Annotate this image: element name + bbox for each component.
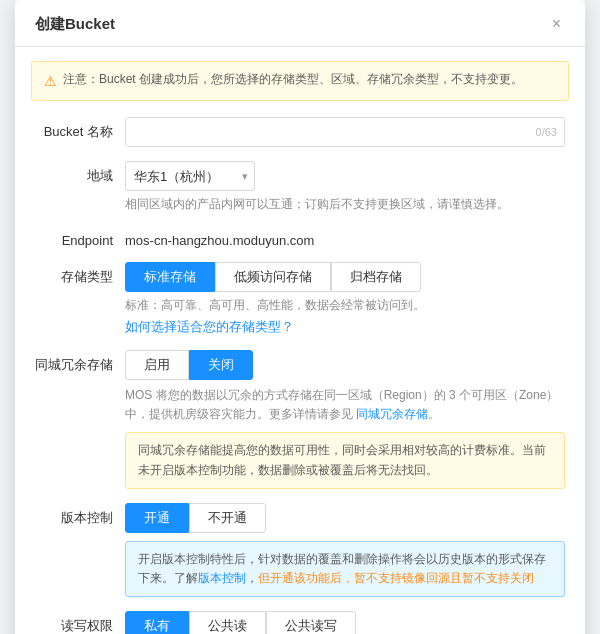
- region-label: 地域: [35, 161, 125, 185]
- bucket-name-label: Bucket 名称: [35, 117, 125, 141]
- version-disable-button[interactable]: 不开通: [189, 503, 266, 533]
- notice-text: 注意：Bucket 创建成功后，您所选择的存储类型、区域、存储冗余类型，不支持变…: [63, 70, 523, 88]
- region-row: 地域 华东1（杭州） ▾ 相同区域内的产品内网可以互通；订购后不支持更换区域，请…: [35, 161, 565, 213]
- storage-infrequent-button[interactable]: 低频访问存储: [215, 262, 331, 292]
- version-control-label: 版本控制: [35, 503, 125, 527]
- endpoint-row: Endpoint mos-cn-hangzhou.moduyun.com: [35, 227, 565, 248]
- permission-public-readwrite-button[interactable]: 公共读写: [266, 611, 356, 634]
- read-write-row: 读写权限 私有 公共读 公共读写 私有：对文件的所有访问操作需要进行身份验证。: [35, 611, 565, 634]
- zone-redundancy-link[interactable]: 同城冗余存储: [356, 407, 428, 421]
- version-notice-box: 开启版本控制特性后，针对数据的覆盖和删除操作将会以历史版本的形式保存下来。了解版…: [125, 541, 565, 597]
- endpoint-content: mos-cn-hangzhou.moduyun.com: [125, 227, 565, 248]
- version-enable-button[interactable]: 开通: [125, 503, 189, 533]
- storage-archive-button[interactable]: 归档存储: [331, 262, 421, 292]
- zone-desc-text-2: 。: [428, 407, 440, 421]
- warning-icon: ⚠: [44, 71, 57, 92]
- zone-desc-text-1: MOS 将您的数据以冗余的方式存储在同一区域（Region）的 3 个可用区（Z…: [125, 388, 558, 421]
- storage-type-btn-group: 标准存储 低频访问存储 归档存储: [125, 262, 565, 292]
- version-control-content: 开通 不开通 开启版本控制特性后，针对数据的覆盖和删除操作将会以历史版本的形式保…: [125, 503, 565, 597]
- version-control-row: 版本控制 开通 不开通 开启版本控制特性后，针对数据的覆盖和删除操作将会以历史版…: [35, 503, 565, 597]
- create-bucket-dialog: 创建Bucket × ⚠ 注意：Bucket 创建成功后，您所选择的存储类型、区…: [15, 0, 585, 634]
- version-notice-text-2: ，: [246, 571, 258, 585]
- version-warn-text: 但开通该功能后，暂不支持镜像回源且暂不支持关闭: [258, 571, 534, 585]
- storage-type-content: 标准存储 低频访问存储 归档存储 标准：高可靠、高可用、高性能，数据会经常被访问…: [125, 262, 565, 336]
- storage-type-desc: 标准：高可靠、高可用、高性能，数据会经常被访问到。: [125, 296, 565, 314]
- storage-type-link[interactable]: 如何选择适合您的存储类型？: [125, 319, 294, 334]
- bucket-name-content: 0/63: [125, 117, 565, 147]
- bucket-name-row: Bucket 名称 0/63: [35, 117, 565, 147]
- dialog-title: 创建Bucket: [35, 15, 115, 34]
- zone-redundancy-row: 同城冗余存储 启用 关闭 MOS 将您的数据以冗余的方式存储在同一区域（Regi…: [35, 350, 565, 489]
- version-control-link[interactable]: 版本控制: [198, 571, 246, 585]
- zone-enable-button[interactable]: 启用: [125, 350, 189, 380]
- region-hint: 相同区域内的产品内网可以互通；订购后不支持更换区域，请谨慎选择。: [125, 195, 565, 213]
- storage-standard-button[interactable]: 标准存储: [125, 262, 215, 292]
- bucket-name-input-wrap: 0/63: [125, 117, 565, 147]
- zone-warning-box: 同城冗余存储能提高您的数据可用性，同时会采用相对较高的计费标准。当前未开启版本控…: [125, 432, 565, 488]
- zone-redundancy-content: 启用 关闭 MOS 将您的数据以冗余的方式存储在同一区域（Region）的 3 …: [125, 350, 565, 489]
- form-body: Bucket 名称 0/63 地域 华东1（杭州） ▾: [15, 111, 585, 634]
- endpoint-label: Endpoint: [35, 227, 125, 248]
- read-write-btn-group: 私有 公共读 公共读写: [125, 611, 565, 634]
- bucket-name-count: 0/63: [536, 126, 557, 138]
- permission-private-button[interactable]: 私有: [125, 611, 189, 634]
- version-control-btn-group: 开通 不开通: [125, 503, 565, 533]
- storage-type-label: 存储类型: [35, 262, 125, 286]
- zone-disable-button[interactable]: 关闭: [189, 350, 253, 380]
- region-select[interactable]: 华东1（杭州）: [125, 161, 255, 191]
- read-write-content: 私有 公共读 公共读写 私有：对文件的所有访问操作需要进行身份验证。: [125, 611, 565, 634]
- region-select-wrap: 华东1（杭州） ▾: [125, 161, 565, 191]
- storage-type-row: 存储类型 标准存储 低频访问存储 归档存储 标准：高可靠、高可用、高性能，数据会…: [35, 262, 565, 336]
- read-write-label: 读写权限: [35, 611, 125, 634]
- zone-redundancy-label: 同城冗余存储: [35, 350, 125, 374]
- region-content: 华东1（杭州） ▾ 相同区域内的产品内网可以互通；订购后不支持更换区域，请谨慎选…: [125, 161, 565, 213]
- close-button[interactable]: ×: [548, 14, 565, 34]
- zone-desc: MOS 将您的数据以冗余的方式存储在同一区域（Region）的 3 个可用区（Z…: [125, 386, 565, 424]
- notice-bar: ⚠ 注意：Bucket 创建成功后，您所选择的存储类型、区域、存储冗余类型，不支…: [31, 61, 569, 101]
- zone-redundancy-btn-group: 启用 关闭: [125, 350, 565, 380]
- dialog-header: 创建Bucket ×: [15, 0, 585, 47]
- bucket-name-input[interactable]: [125, 117, 565, 147]
- endpoint-value: mos-cn-hangzhou.moduyun.com: [125, 227, 565, 248]
- region-select-wrapper: 华东1（杭州） ▾: [125, 161, 255, 191]
- permission-public-read-button[interactable]: 公共读: [189, 611, 266, 634]
